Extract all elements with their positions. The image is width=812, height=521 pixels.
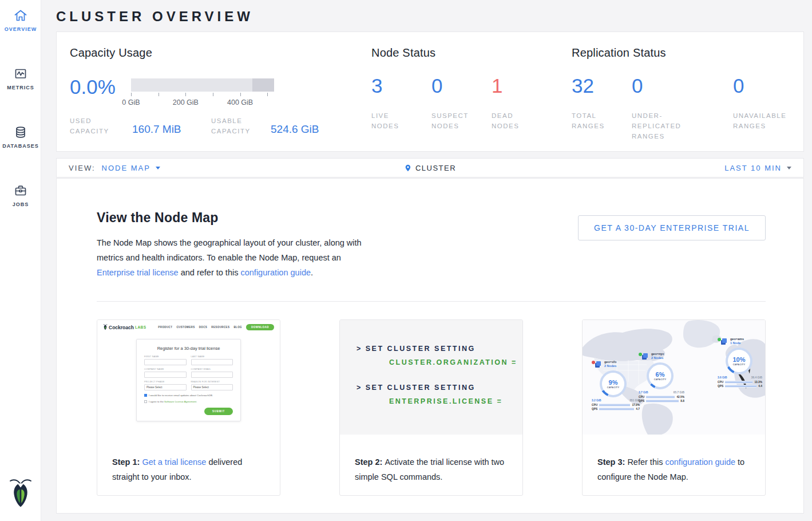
nav-item[interactable]: PRODUCT: [158, 326, 172, 329]
first-name-field[interactable]: [144, 359, 187, 365]
qps-label: QPS: [592, 408, 597, 411]
axis-tick-label: 200 GiB: [173, 98, 199, 106]
enterprise-trial-license-link[interactable]: Enterprise trial license: [97, 268, 179, 277]
capacity-used: 3.2 GiB: [592, 399, 601, 402]
submit-button[interactable]: SUBMIT: [204, 408, 233, 415]
field-label: FIRST NAME: [144, 356, 187, 358]
capacity-bar: [131, 78, 274, 92]
qps-value: 4.7: [636, 408, 640, 411]
step3-caption: Step 3: Refer this configuration guide t…: [583, 435, 765, 484]
node-count: 2 Nodes: [651, 356, 664, 360]
cpu-value: 17.0%: [632, 404, 640, 406]
capacity-used: 3.7 GiB: [639, 391, 648, 394]
locality-label: CLUSTER: [415, 164, 456, 172]
time-range-value: LAST 10 MIN: [724, 164, 782, 172]
field-label: COMPANY NAME: [144, 368, 187, 370]
locality-name: geo=sfo: [604, 360, 616, 364]
sidebar-item-databases[interactable]: DATABASES: [0, 117, 41, 163]
node-cluster-icon: [722, 338, 727, 343]
company-name-field[interactable]: [144, 372, 187, 378]
cockroach-logo: [9, 477, 32, 512]
locality-breadcrumb: CLUSTER: [404, 163, 456, 173]
checkbox-label: I would like to receive email updates ab…: [149, 394, 213, 397]
cpu-value: 13.3%: [754, 381, 762, 384]
description-text: .: [311, 268, 313, 277]
sidebar-item-label: DATABASES: [2, 143, 39, 149]
view-label: VIEW:: [69, 164, 96, 172]
usable-capacity-label: USABLE CAPACITY: [211, 116, 271, 136]
qps-label: QPS: [718, 385, 723, 388]
chevron-down-icon: [156, 167, 160, 169]
step2-caption: Step 2: Activate the trial license with …: [340, 435, 522, 484]
email-updates-checkbox[interactable]: [144, 394, 147, 397]
description-text: and refer to this: [179, 268, 241, 277]
dead-nodes-value: 1: [492, 77, 572, 95]
time-range-dropdown[interactable]: LAST 10 MIN: [724, 164, 791, 172]
cpu-label: CPU: [592, 404, 597, 406]
view-bar: VIEW: NODE MAP CLUSTER LAST 10 MIN: [56, 158, 804, 177]
configuration-guide-link[interactable]: configuration guide: [665, 457, 735, 467]
qps-sparkline: [599, 408, 634, 411]
project-phase-select[interactable]: Please Select: [144, 384, 187, 390]
cpu-label: CPU: [639, 396, 644, 398]
usable-capacity-value: 524.6 GiB: [271, 123, 319, 136]
field-label: REASON FOR INTEREST: [191, 381, 233, 383]
node-marker-nyc[interactable]: geo=nyc2 Nodes 6%CAPACITY 3.7 GiB65.7 Gi…: [639, 352, 684, 402]
node-marker-sfo[interactable]: geo=sfo2 Nodes 9%CAPACITY 3.2 GiB351 GiB…: [592, 360, 640, 411]
capacity-usage-title: Capacity Usage: [70, 46, 371, 60]
live-nodes-value: 3: [371, 77, 431, 95]
last-name-field[interactable]: [191, 359, 233, 365]
license-agreement-checkbox[interactable]: [144, 400, 147, 403]
under-replicated-ranges-value: 0: [632, 77, 733, 95]
sidebar-item-overview[interactable]: OVERVIEW: [0, 0, 41, 46]
qps-label: QPS: [639, 400, 644, 402]
cpu-sparkline: [646, 396, 675, 398]
status-dot-green: [718, 338, 721, 341]
databases-icon: [13, 125, 28, 140]
capacity-label: CAPACITY: [733, 364, 746, 366]
node-count: 2 Nodes: [604, 364, 616, 368]
brand-suffix: LABS: [135, 325, 146, 329]
trial-registration-form: Register for a 30-day trial license FIRS…: [136, 339, 241, 421]
get-enterprise-trial-button[interactable]: GET A 30-DAY ENTERPRISE TRIAL: [578, 215, 766, 240]
axis-tick-label: 400 GiB: [227, 98, 253, 106]
replication-status-section: Replication Status 32 0 0 TOTAL RANGES U…: [572, 32, 803, 151]
nav-item[interactable]: BLOG: [233, 326, 242, 329]
locality-name: geo=ams: [730, 337, 744, 341]
content: CLUSTER OVERVIEW Capacity Usage 0.0% 0 G…: [41, 0, 812, 521]
step1-label: Step 1:: [112, 457, 142, 467]
download-button[interactable]: DOWNLOAD: [246, 324, 274, 330]
step3-card: geo=sfo2 Nodes 9%CAPACITY 3.2 GiB351 GiB…: [582, 319, 766, 496]
company-email-field[interactable]: [191, 372, 233, 378]
software-license-agreement-link[interactable]: Software License Agreement.: [164, 400, 197, 403]
section-description: The Node Map shows the geographical layo…: [97, 235, 365, 280]
get-trial-license-link[interactable]: Get a trial license: [142, 457, 206, 467]
capacity-bar-chart: 0 GiB 200 GiB 400 GiB: [131, 78, 274, 107]
cpu-label: CPU: [718, 381, 723, 384]
sidebar-item-jobs[interactable]: JOBS: [0, 175, 41, 221]
qps-sparkline: [725, 385, 756, 388]
field-label: COMPANY EMAIL: [191, 368, 233, 370]
qps-value: 8.8: [680, 400, 684, 402]
capacity-axis-ticks: [131, 93, 274, 97]
nav-item[interactable]: DOCS: [199, 326, 208, 329]
capacity-bar-reserved-segment: [252, 78, 274, 92]
nav-item[interactable]: CUSTOMERS: [176, 326, 195, 329]
capacity-gauge: 10%CAPACITY: [726, 348, 752, 374]
sidebar-item-metrics[interactable]: METRICS: [0, 58, 41, 104]
capacity-gauge: 6%CAPACITY: [647, 362, 674, 389]
configuration-guide-link[interactable]: configuration guide: [240, 268, 311, 277]
node-marker-ams[interactable]: geo=ams1 Node 10%CAPACITY 3.6 GiB36.4 Gi…: [718, 337, 762, 388]
live-nodes-label: LIVE NODES: [371, 110, 413, 131]
view-selector-dropdown[interactable]: VIEW: NODE MAP: [69, 164, 160, 172]
cpu-value: 42.5%: [676, 396, 684, 398]
sql-commands-block: > SET CLUSTER SETTING CLUSTER.ORGANIZATI…: [340, 320, 522, 435]
cluster-summary-panel: Capacity Usage 0.0% 0 GiB 200 GiB 400 Gi…: [56, 31, 804, 152]
node-cluster-icon: [596, 361, 601, 366]
reason-for-interest-select[interactable]: Please Select: [191, 384, 233, 390]
checkbox-label: I agree to the Software License Agreemen…: [149, 400, 197, 403]
jobs-icon: [13, 183, 28, 198]
field-label: PROJECT PHASE: [144, 381, 187, 383]
node-map-panel: View the Node Map The Node Map shows the…: [56, 178, 804, 514]
nav-item[interactable]: RESOURCES: [211, 326, 229, 329]
